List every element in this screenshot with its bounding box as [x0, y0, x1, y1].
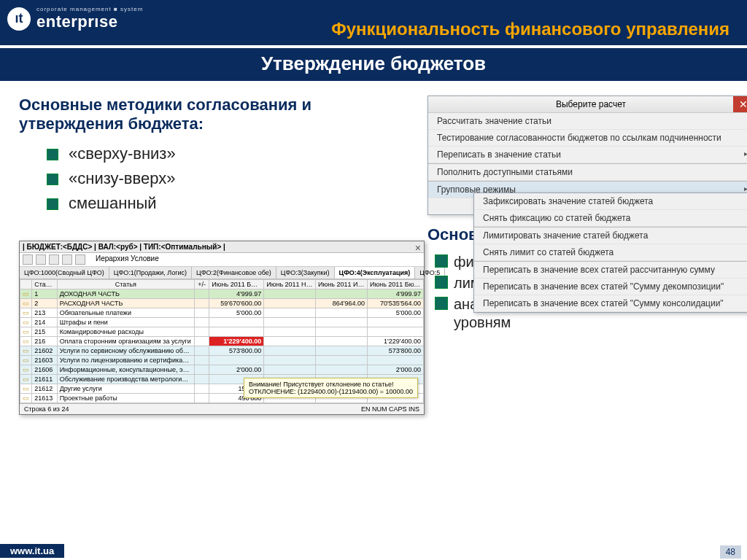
folder-icon: ▭: [23, 366, 29, 373]
list-item: «сверху-вниз»: [51, 141, 413, 166]
toolbar-icon[interactable]: [75, 254, 85, 265]
methods-list: «сверху-вниз» «снизу-вверх» смешанный: [51, 141, 413, 216]
status-left: Строка 6 из 24: [24, 405, 69, 413]
table-row[interactable]: ▭1ДОХОДНАЯ ЧАСТЬ4'999.974'999.97: [20, 289, 424, 298]
sheet-tab[interactable]: ЦФО:4(Эксплуатация): [335, 267, 416, 279]
table-row[interactable]: ▭214Штрафы и пени: [20, 317, 424, 327]
table-row[interactable]: ▭21606Информационные, консультационные, …: [20, 365, 424, 374]
sheet-tab[interactable]: ЦФО:1000(Сводный ЦФО): [20, 267, 109, 279]
sheet-title: | БЮДЖЕТ:<БДДС> | ВАЛ:<руб> | ТИП:<Оптим…: [23, 243, 225, 251]
folder-icon: ▭: [23, 309, 29, 316]
menu-item[interactable]: Зафиксировать значение статей бюджета: [474, 193, 747, 210]
toolbar: Иерархия Условие: [20, 253, 424, 267]
menu-item[interactable]: Переписать в значение всех статей "Сумму…: [474, 279, 747, 295]
menu-item[interactable]: Переписать в значение статьи: [428, 147, 747, 163]
menu-item[interactable]: Переписать в значение всех статей рассчи…: [474, 261, 747, 279]
close-icon[interactable]: ×: [415, 242, 421, 254]
popup-title: Выберите расчет ✕: [428, 96, 747, 113]
header-title: Функциональность финансового управления: [331, 19, 729, 39]
folder-icon: ▭: [23, 319, 29, 326]
toolbar-icon[interactable]: [49, 254, 59, 265]
folder-icon: ▭: [23, 357, 29, 364]
status-right: EN NUM CAPS INS: [361, 405, 419, 413]
warning-tooltip: Внимание! Присутствует отклонение по ста…: [244, 378, 418, 398]
sheet-tab[interactable]: ЦФО:3(Закупки): [276, 267, 335, 279]
table-row[interactable]: ▭21603Услуги по лицензированию и сертифи…: [20, 355, 424, 365]
folder-icon: ▭: [23, 328, 29, 335]
left-heading: Основные методики согласования и утвержд…: [19, 96, 413, 134]
menu-item[interactable]: Пополнить доступными статьями: [428, 163, 747, 181]
table-row[interactable]: ▭216Оплата сторонним организациям за усл…: [20, 336, 424, 346]
close-icon[interactable]: ✕: [733, 96, 747, 112]
spreadsheet-screenshot: | БЮДЖЕТ:<БДДС> | ВАЛ:<руб> | ТИП:<Оптим…: [19, 241, 425, 415]
list-item: «снизу-вверх»: [51, 166, 413, 191]
footer-url: www.it.ua: [0, 544, 64, 558]
table-row[interactable]: ▭21602Услуги по сервисному обслуживанию …: [20, 346, 424, 355]
menu-item[interactable]: Снять фиксацию со статей бюджета: [474, 210, 747, 227]
menu-item[interactable]: Рассчитать значение статьи: [428, 113, 747, 130]
folder-icon: ▭: [23, 347, 29, 354]
menu-item[interactable]: Переписать в значение всех статей "Сумму…: [474, 295, 747, 312]
sheet-tabs: ЦФО:1000(Сводный ЦФО) ЦФО:1(Продажи, Лог…: [20, 267, 424, 279]
logo: corporate management ■ system enterprıse: [7, 6, 143, 31]
folder-icon: ▭: [23, 338, 29, 345]
toolbar-icon[interactable]: [62, 254, 72, 265]
table-row[interactable]: ▭215Командировочные расходы: [20, 327, 424, 336]
logo-icon: [7, 7, 31, 31]
submenu: Зафиксировать значение статей бюджета Сн…: [473, 192, 747, 313]
menu-item[interactable]: Тестирование согласованности бюджетов по…: [428, 130, 747, 147]
folder-icon: ▭: [23, 394, 29, 402]
folder-icon: ▭: [23, 376, 29, 383]
menu-item[interactable]: Снять лимит со статей бюджета: [474, 244, 747, 261]
context-menu: Выберите расчет ✕ Рассчитать значение ст…: [427, 96, 747, 215]
menu-item[interactable]: Лимитировать значение статей бюджета: [474, 227, 747, 244]
logo-subtitle: corporate management ■ system: [36, 6, 143, 12]
toolbar-icon[interactable]: [36, 254, 46, 265]
sheet-tab[interactable]: ЦФО:1(Продажи, Логис): [109, 267, 192, 279]
logo-title: enterprıse: [36, 12, 143, 31]
toolbar-text: Иерархия Условие: [96, 254, 159, 265]
sheet-tab[interactable]: ЦФО:2(Финансовое обе): [192, 267, 276, 279]
toolbar-icon[interactable]: [23, 254, 33, 265]
table-row[interactable]: ▭213Обязательные платежи5'000.005'000.00: [20, 308, 424, 317]
folder-icon: ▭: [23, 385, 29, 392]
footer: www.it.ua 48: [0, 544, 747, 560]
slide-header: corporate management ■ system enterprıse…: [0, 0, 747, 45]
list-item: смешанный: [51, 191, 413, 216]
sub-header: Утверждение бюджетов: [0, 47, 747, 81]
folder-icon: ▭: [23, 290, 29, 298]
page-number: 48: [720, 545, 741, 559]
table-row[interactable]: ▭2РАСХОДНАЯ ЧАСТЬ59'670'600.00864'964.00…: [20, 298, 424, 308]
folder-icon: ▭: [23, 300, 29, 307]
